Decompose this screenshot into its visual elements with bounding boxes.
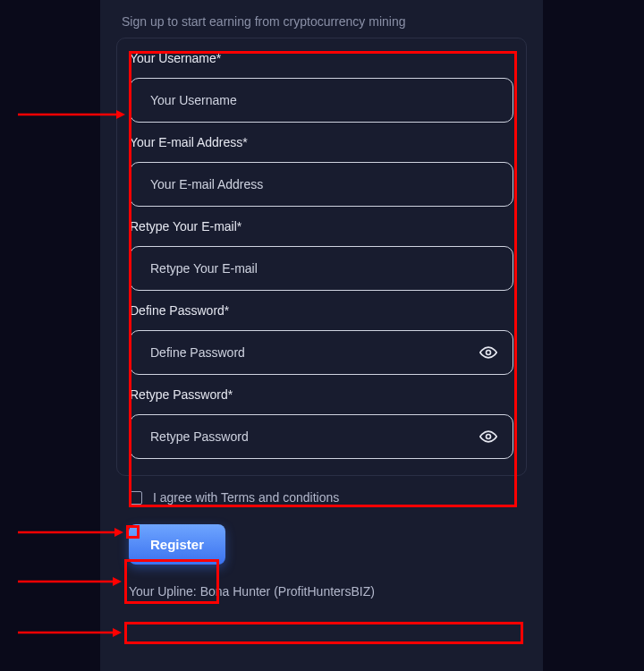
bottom-section: I agree with Terms and conditions Regist… bbox=[100, 476, 543, 599]
retype-password-group: Retype Password* bbox=[130, 387, 513, 459]
svg-point-0 bbox=[487, 351, 491, 355]
email-group: Your E-mail Address* bbox=[130, 135, 513, 207]
form-card: Your Username* Your E-mail Address* Rety… bbox=[116, 38, 527, 476]
upline-text: Your Upline: Bona Hunter (ProfitHuntersB… bbox=[129, 584, 514, 599]
signup-panel: Sign up to start earning from cryptocurr… bbox=[100, 0, 543, 671]
eye-icon[interactable] bbox=[479, 344, 497, 361]
retype-email-group: Retype Your E-mail* bbox=[130, 219, 513, 291]
password-label: Define Password* bbox=[130, 303, 513, 318]
retype-password-input[interactable] bbox=[130, 414, 513, 459]
retype-email-input[interactable] bbox=[130, 246, 513, 291]
email-label: Your E-mail Address* bbox=[130, 135, 513, 149]
email-input[interactable] bbox=[130, 162, 513, 207]
eye-icon[interactable] bbox=[479, 428, 497, 446]
agree-text: I agree with Terms and conditions bbox=[153, 490, 339, 505]
agree-row: I agree with Terms and conditions bbox=[129, 490, 514, 505]
terms-checkbox[interactable] bbox=[129, 491, 142, 505]
password-input[interactable] bbox=[130, 330, 513, 375]
subtitle-text: Sign up to start earning from cryptocurr… bbox=[100, 0, 543, 38]
register-button[interactable]: Register bbox=[129, 524, 225, 565]
svg-point-1 bbox=[487, 435, 491, 439]
username-group: Your Username* bbox=[130, 51, 513, 123]
retype-password-label: Retype Password* bbox=[130, 387, 513, 402]
username-label: Your Username* bbox=[130, 51, 513, 65]
retype-email-label: Retype Your E-mail* bbox=[130, 219, 513, 234]
password-group: Define Password* bbox=[130, 303, 513, 375]
username-input[interactable] bbox=[130, 78, 513, 123]
